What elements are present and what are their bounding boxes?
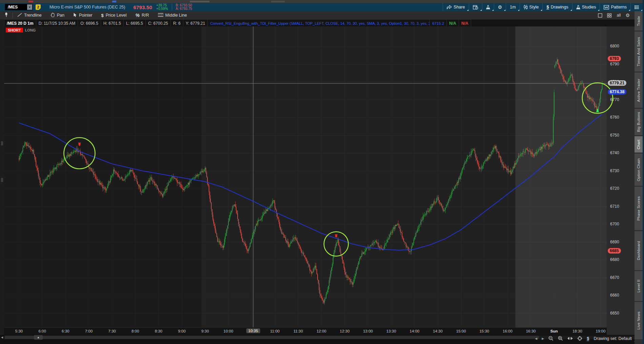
change-percent: +0.59% — [156, 7, 168, 11]
sidebar-tab-label: Phase Scores — [637, 196, 641, 221]
left-gutter-mark[interactable] — [1, 178, 3, 182]
dollar-underline-icon: $ — [546, 5, 549, 9]
time-tick-label: 19:00 — [596, 329, 606, 333]
sidebar-tab-phase-scores[interactable]: Phase Scores — [635, 187, 643, 230]
tool-pan-button[interactable]: Pan — [46, 11, 69, 19]
chevron-right-icon[interactable]: ▶ — [542, 337, 544, 340]
time-tick-label: 7:00 — [85, 329, 93, 333]
chart-plot[interactable] — [4, 26, 635, 327]
bottom-bar: ▲ ◀ ◀▶$Drawing set: Default — [0, 335, 643, 344]
sidebar-tab-live-news[interactable]: Live News — [635, 302, 643, 339]
expand-panel-button[interactable]: ▲ — [34, 335, 43, 340]
flag-badge[interactable]: 2 — [36, 4, 41, 10]
pin-icon — [4, 12, 8, 18]
menu-drawings-button[interactable]: $Drawings — [542, 3, 572, 11]
percent-icon: % — [136, 13, 140, 18]
sidebar-tab-option-chain[interactable]: Option Chain — [635, 154, 643, 186]
window-top-strip — [0, 0, 644, 3]
sidebar-tab-label: Active Trader — [637, 79, 641, 102]
chevron-left-icon[interactable]: ◀ — [1, 336, 3, 339]
pan-icon — [51, 13, 55, 18]
menu-studies-button[interactable]: Studies — [572, 3, 600, 11]
sidebar-tab-active-trader[interactable]: Active Trader — [635, 73, 643, 108]
long-button[interactable]: LONG — [25, 28, 36, 32]
ohlc-cell: H: 6701.5 — [101, 20, 124, 27]
triangle-up-icon: ▲ — [37, 336, 40, 339]
time-tick-label: 10:00 — [223, 329, 233, 333]
time-tick-label: 5:30 — [15, 329, 23, 333]
tool-label: Middle Line — [165, 13, 187, 18]
tool-price-level-button[interactable]: $Price Level — [97, 11, 131, 19]
chevron-left-icon[interactable]: ◀ — [535, 337, 537, 340]
menu-flask-button[interactable] — [482, 3, 494, 11]
flask-icon — [576, 5, 580, 9]
zoom-in-icon[interactable] — [558, 336, 563, 341]
price-tick-label: 6730 — [610, 168, 619, 173]
menu-share-button[interactable]: Share — [443, 3, 468, 11]
time-tick-label: 15:30 — [479, 329, 489, 333]
menu-label: Drawings — [551, 5, 568, 9]
all-button[interactable]: all — [617, 13, 621, 18]
flask-icon — [486, 5, 490, 9]
dollar-icon: $ — [101, 13, 104, 18]
chart-symbol-period: /MES 20 D 1m — [4, 20, 36, 27]
tool-trendline-button[interactable]: Trendline — [13, 11, 46, 19]
symbol-input[interactable]: /MES ▼ — [5, 4, 33, 11]
patterns-icon — [604, 5, 609, 9]
left-gutter-mark[interactable] — [1, 141, 3, 145]
menu-style-button[interactable]: Style — [520, 3, 543, 11]
time-axis[interactable]: 5:306:006:307:007:308:008:309:009:3010:0… — [4, 327, 607, 335]
menu-label: 1m — [510, 5, 516, 9]
tool-label: R/R — [142, 13, 149, 18]
price-tick-label: 6670 — [610, 275, 619, 280]
time-tick-label: 16:00 — [503, 329, 512, 333]
menu-menu-button[interactable] — [630, 3, 643, 11]
tool-r-r-button[interactable]: %R/R — [131, 11, 154, 19]
signal-green: N/A — [447, 20, 459, 27]
sidebar-tab-times-and-sales[interactable]: Times And Sales — [635, 32, 643, 72]
symbol-dropdown-icon[interactable]: ▼ — [27, 4, 32, 10]
study-label[interactable]: Convert_RSI_Engulfing_with_TDI_Filter_Up… — [208, 20, 430, 27]
time-tick-label: 8:30 — [155, 329, 162, 333]
sidebar-tab-dashboard[interactable]: Dashboard — [635, 231, 643, 270]
menu-1m-button[interactable]: 1m — [506, 3, 519, 11]
short-button[interactable]: SHORT — [6, 28, 23, 33]
ohlc-cell: O: 6696.5 — [78, 20, 101, 27]
pin-button[interactable] — [0, 11, 13, 19]
symbol-text[interactable]: /MES — [5, 5, 27, 9]
sidebar-tab-label: Level II — [637, 280, 641, 292]
scrollbar-thumb[interactable] — [5, 336, 539, 339]
sidebar-tab-trade[interactable]: Trade — [635, 11, 643, 31]
top-strip-fragment — [28, 1, 33, 2]
price-tick-label: 6680 — [610, 257, 619, 262]
expand-horizontal-icon[interactable] — [567, 337, 573, 340]
bottom-controls: ◀▶$Drawing set: Default — [535, 336, 635, 341]
tool-pointer-button[interactable]: Pointer — [69, 11, 97, 19]
menu-label: Style — [529, 5, 539, 9]
sidebar-tab-level-ii[interactable]: Level II — [635, 271, 643, 301]
ohlc-cell: C: 6700.25 — [146, 20, 171, 27]
drawing-set-label[interactable]: Drawing set: Default — [593, 336, 635, 341]
right-sidebar: TradeTimes And SalesActive TraderBig But… — [635, 11, 643, 344]
menu-calendar-alert-button[interactable] — [469, 3, 482, 11]
zoom-out-icon[interactable] — [548, 336, 554, 341]
sidebar-tab-chart[interactable]: Chart — [635, 136, 643, 153]
crosshair-icon[interactable] — [577, 336, 582, 341]
last-price: 6793.50 — [133, 4, 152, 10]
gear-icon[interactable]: ⚙ — [625, 13, 630, 18]
menu-gear-button[interactable]: ⚙ — [494, 3, 506, 11]
symbol-bar: /MES ▼ 2 Micro E-mini S&P 500 Futures (D… — [0, 3, 643, 11]
sidebar-tab-big-buttons[interactable]: Big Buttons — [635, 109, 643, 135]
time-tick-label: 14:30 — [433, 329, 443, 333]
price-tick-label: 6710 — [610, 204, 619, 209]
grid-icon[interactable] — [607, 13, 612, 18]
tool-middle-line-button[interactable]: Middle Line — [154, 11, 192, 19]
dollar-underline-icon[interactable]: $ — [587, 336, 589, 341]
sidebar-tab-label: Live News — [637, 311, 641, 329]
maximize-icon[interactable] — [598, 13, 602, 18]
price-tick-label: 6790 — [610, 62, 619, 66]
menu-patterns-button[interactable]: Patterns — [600, 3, 630, 11]
left-gutter — [0, 19, 4, 335]
price-change: +39.75 +0.59% — [156, 4, 168, 11]
sidebar-tab-label: Dashboard — [637, 241, 641, 260]
